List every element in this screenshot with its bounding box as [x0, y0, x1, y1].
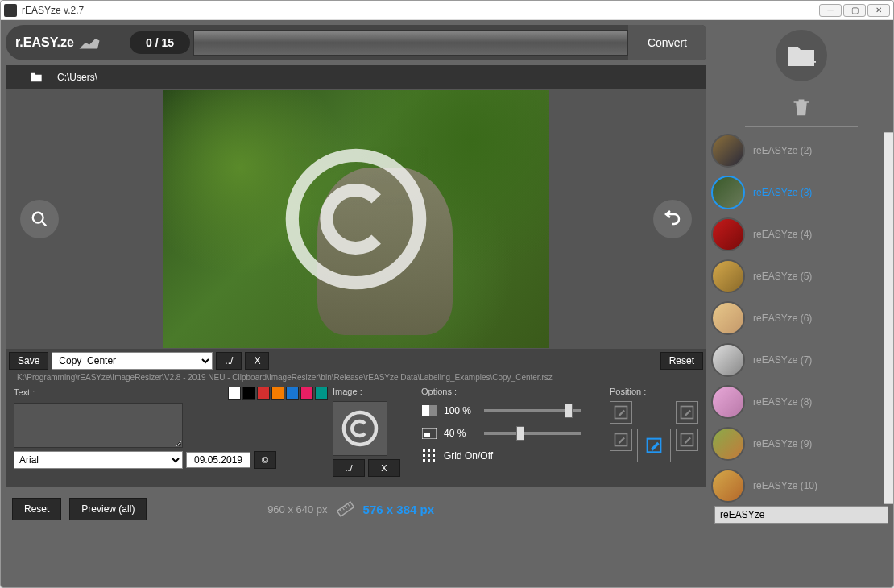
app-window: rEASYze v.2.7 ─ ▢ ✕ r.EASY.ze 0 / 15 Con…: [0, 0, 894, 588]
svg-point-2: [292, 155, 420, 283]
color-swatch[interactable]: [300, 387, 313, 400]
browse-preset-button[interactable]: ../: [216, 352, 242, 370]
edit-icon: [679, 404, 695, 420]
color-swatch[interactable]: [271, 387, 284, 400]
progress-bar: [193, 30, 628, 56]
thumbnail-item[interactable]: reEASYze (8): [706, 383, 880, 420]
svg-rect-4: [422, 405, 429, 416]
close-button[interactable]: ✕: [867, 4, 890, 17]
image-label: Image :: [333, 387, 400, 396]
save-preset-button[interactable]: Save: [9, 352, 48, 370]
color-swatches: [228, 387, 328, 400]
opacity1-value: 100 %: [444, 405, 478, 416]
svg-line-25: [345, 506, 346, 508]
footer-bar: Reset Preview (all) 960 x 640 px 576 x 3…: [6, 487, 706, 525]
position-text-button[interactable]: [610, 401, 632, 424]
sidebar-divider: [745, 126, 858, 127]
app-logo: r.EASY.ze: [6, 31, 126, 55]
thumbnail-image: [711, 134, 745, 168]
thumbnail-item[interactable]: reEASYze (9): [706, 425, 880, 462]
progress-counter: 0 / 15: [130, 31, 190, 54]
browse-image-button[interactable]: ../: [333, 459, 365, 477]
font-select[interactable]: Arial: [14, 451, 183, 469]
position-image-button-2[interactable]: [676, 429, 698, 451]
undo-button[interactable]: [653, 200, 692, 238]
minimize-button[interactable]: ─: [819, 4, 842, 17]
thumbnail-image: [711, 343, 745, 377]
scrollbar[interactable]: [884, 132, 894, 504]
edit-accent-icon: [646, 437, 662, 453]
thumbnail-item[interactable]: reEASYze (2): [706, 132, 880, 169]
trash-icon[interactable]: [793, 97, 810, 117]
svg-rect-5: [429, 405, 437, 416]
thumbnail-list: reEASYze (2)reEASYze (3)reEASYze (4)reEA…: [706, 132, 884, 504]
position-center-button[interactable]: [637, 429, 671, 462]
clear-image-button[interactable]: X: [368, 459, 400, 477]
opacity2-slider[interactable]: [484, 432, 581, 435]
edit-icon: [613, 404, 629, 420]
preset-path: K:\Programming\rEASYze\ImageResizer\V2.8…: [9, 371, 703, 383]
titlebar: rEASYze v.2.7 ─ ▢ ✕: [1, 1, 893, 20]
edit-icon: [613, 432, 629, 448]
thumbnail-image: [711, 217, 745, 251]
svg-rect-16: [433, 459, 435, 462]
watermark-panel: Save Copy_Center ../ X Reset K:\Programm…: [6, 349, 706, 487]
position-image-button[interactable]: [676, 401, 698, 424]
svg-line-1: [42, 222, 47, 226]
options-label: Options :: [421, 387, 581, 396]
reset-all-button[interactable]: Reset: [12, 498, 61, 520]
thumbnail-image: [711, 301, 745, 335]
thumbnail-item[interactable]: reEASYze (10): [706, 467, 880, 504]
ruler-icon: [332, 495, 358, 522]
color-swatch[interactable]: [315, 387, 328, 400]
svg-text:+: +: [809, 55, 816, 68]
color-swatch[interactable]: [286, 387, 299, 400]
thumbnail-image: [711, 385, 745, 419]
thumbnail-label: reEASYze (6): [753, 313, 812, 324]
watermark-image-thumb[interactable]: [333, 401, 387, 456]
preview-image[interactable]: [163, 90, 549, 348]
folder-plus-icon: +: [787, 43, 816, 68]
thumbnail-item[interactable]: reEASYze (3): [706, 174, 880, 211]
preset-select[interactable]: Copy_Center: [52, 352, 213, 370]
thumbnail-item[interactable]: reEASYze (7): [706, 342, 880, 379]
maximize-button[interactable]: ▢: [843, 4, 866, 17]
add-images-button[interactable]: +: [776, 30, 827, 81]
thumbnail-label: reEASYze (3): [753, 187, 812, 198]
svg-line-26: [347, 503, 349, 506]
svg-line-23: [339, 509, 341, 511]
convert-button[interactable]: Convert: [628, 25, 706, 60]
svg-rect-13: [433, 454, 435, 457]
thumbnail-item[interactable]: reEASYze (5): [706, 258, 880, 295]
output-path-row[interactable]: C:\Users\: [6, 65, 706, 89]
thumbnail-image: [711, 469, 745, 503]
insert-copyright-button[interactable]: ©: [254, 451, 276, 469]
color-swatch[interactable]: [228, 387, 241, 400]
color-swatch[interactable]: [242, 387, 255, 400]
svg-rect-14: [423, 459, 425, 462]
undo-icon: [663, 209, 682, 229]
thumbnail-image: [711, 259, 745, 293]
thumbnail-label: reEASYze (10): [753, 480, 817, 491]
clear-preset-button[interactable]: X: [245, 352, 269, 370]
svg-line-24: [342, 507, 344, 510]
grid-toggle-label[interactable]: Grid On/Off: [444, 450, 493, 462]
svg-point-0: [33, 213, 43, 223]
color-swatch[interactable]: [257, 387, 270, 400]
svg-rect-9: [428, 449, 430, 452]
reset-watermark-button[interactable]: Reset: [660, 352, 703, 370]
image-preview-area: [6, 89, 706, 349]
preview-all-button[interactable]: Preview (all): [69, 498, 147, 520]
thumbnail-image: [711, 176, 745, 209]
zoom-button[interactable]: [20, 200, 59, 238]
watermark-text-input[interactable]: [14, 403, 183, 448]
position-text-button-2[interactable]: [610, 429, 632, 451]
svg-rect-7: [424, 433, 430, 437]
thumbnail-item[interactable]: reEASYze (6): [706, 300, 880, 337]
header-bar: r.EASY.ze 0 / 15 Convert: [6, 25, 706, 60]
window-title: rEASYze v.2.7: [22, 5, 819, 16]
thumbnail-item[interactable]: reEASYze (4): [706, 216, 880, 253]
opacity1-slider[interactable]: [484, 409, 581, 412]
date-field[interactable]: [186, 452, 250, 468]
filename-input[interactable]: [714, 506, 888, 524]
